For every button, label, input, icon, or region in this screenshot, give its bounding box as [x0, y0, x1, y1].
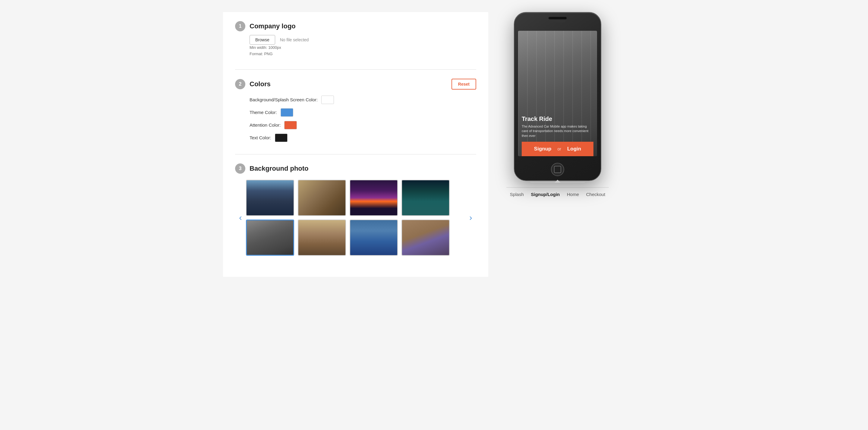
phone-or-label: or	[557, 147, 561, 151]
photo-city-warm2-img	[299, 220, 345, 255]
reset-button[interactable]: Reset	[452, 79, 476, 90]
photo-city-aerial-img	[402, 220, 449, 255]
photo-thumb-6[interactable]	[298, 220, 346, 256]
section2-title-row: 2 Colors	[235, 79, 271, 89]
phone-home-button	[551, 163, 564, 176]
section3-title: Background photo	[250, 165, 309, 172]
photo-thumb-8[interactable]	[401, 220, 450, 256]
color-row-theme: Theme Color:	[250, 108, 476, 117]
phone-app-desc: The Advanced Car Mobile app makes taking…	[522, 124, 593, 138]
right-panel: Track Ride The Advanced Car Mobile app m…	[506, 12, 609, 198]
photo-thumb-5[interactable]	[246, 220, 294, 256]
colors-section: 2 Colors Reset Background/Splash Screen …	[235, 79, 476, 142]
photo-road-gray-img	[247, 221, 293, 255]
color-row-text: Text Color:	[250, 134, 476, 142]
logo-meta-line1: Min width: 1000px	[250, 45, 476, 51]
phone-wrapper: Track Ride The Advanced Car Mobile app m…	[514, 12, 601, 181]
color-options: Background/Splash Screen Color: Theme Co…	[250, 95, 476, 142]
color-row-attention: Attention Color:	[250, 121, 476, 130]
photo-row-2	[246, 220, 465, 256]
photo-city-blue-img	[247, 180, 293, 215]
section2-header: 2 Colors Reset	[235, 79, 476, 90]
tab-checkout[interactable]: Checkout	[584, 191, 608, 198]
phone-home-inner	[554, 166, 561, 173]
logo-meta-line2: Format: PNG	[250, 51, 476, 57]
tab-home[interactable]: Home	[564, 191, 581, 198]
tab-splash[interactable]: Splash	[507, 191, 526, 198]
no-file-text: No file selected	[280, 37, 309, 42]
background-photo-section: 3 Background photo ‹	[235, 164, 476, 256]
logo-row: Browse No file selected	[250, 35, 476, 45]
photo-bridge-purple-img	[350, 180, 397, 215]
color-swatch-attention[interactable]	[284, 121, 297, 130]
photo-thumb-7[interactable]	[350, 220, 398, 256]
section2-number: 2	[235, 79, 245, 89]
photo-grid-wrapper: ‹	[235, 180, 476, 256]
photo-capitol-blue-img	[350, 220, 397, 255]
section1-number: 1	[235, 21, 245, 31]
photo-thumb-3[interactable]	[350, 180, 398, 216]
section1-title: Company logo	[250, 22, 296, 30]
divider1	[235, 69, 476, 70]
color-swatch-bg[interactable]	[321, 95, 334, 104]
next-arrow[interactable]: ›	[465, 212, 476, 223]
section2-title: Colors	[250, 80, 271, 88]
phone-login-label: Login	[567, 146, 581, 152]
phone-app-title: Track Ride	[522, 115, 593, 122]
phone-notch	[549, 17, 567, 19]
color-swatch-text[interactable]	[275, 134, 287, 142]
company-logo-section: 1 Company logo Browse No file selected M…	[235, 21, 476, 57]
divider2	[235, 154, 476, 154]
logo-meta: Min width: 1000px Format: PNG	[250, 45, 476, 57]
tab-connector	[530, 182, 585, 182]
phone-signup-label: Signup	[534, 146, 552, 152]
color-label-attention: Attention Color:	[250, 122, 281, 127]
color-label-text: Text Color:	[250, 135, 271, 140]
prev-arrow[interactable]: ‹	[235, 212, 246, 223]
color-label-theme: Theme Color:	[250, 110, 277, 115]
section3-header: 3 Background photo	[235, 164, 476, 174]
photo-building-teal-img	[402, 180, 449, 215]
photo-thumb-4[interactable]	[401, 180, 450, 216]
section3-number: 3	[235, 164, 245, 174]
preview-tabs: Splash Signup/Login Home Checkout	[506, 187, 609, 198]
page-container: 1 Company logo Browse No file selected M…	[223, 12, 645, 277]
phone-body: Track Ride The Advanced Car Mobile app m…	[514, 12, 601, 181]
phone-speaker	[550, 21, 565, 22]
photo-thumb-1[interactable]	[246, 180, 294, 216]
connector-line	[530, 182, 585, 182]
photo-row-1	[246, 180, 465, 216]
photo-rows	[246, 180, 465, 256]
connector-peak	[555, 180, 561, 183]
photo-street-warm-img	[299, 180, 345, 215]
color-swatch-theme[interactable]	[281, 108, 293, 117]
phone-overlay: Track Ride The Advanced Car Mobile app m…	[518, 111, 597, 156]
section1-header: 1 Company logo	[235, 21, 476, 31]
left-panel: 1 Company logo Browse No file selected M…	[223, 12, 488, 277]
color-label-bg: Background/Splash Screen Color:	[250, 97, 318, 102]
photo-thumb-2[interactable]	[298, 180, 346, 216]
phone-screen: Track Ride The Advanced Car Mobile app m…	[518, 31, 597, 156]
tab-signup-login[interactable]: Signup/Login	[528, 191, 562, 198]
color-row-bg: Background/Splash Screen Color:	[250, 95, 476, 104]
browse-button[interactable]: Browse	[250, 35, 275, 45]
phone-cta-bar: Signup or Login	[522, 142, 593, 156]
